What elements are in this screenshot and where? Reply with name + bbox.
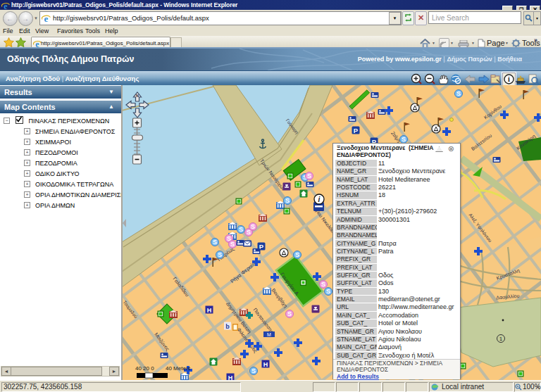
svg-text:i: i [318, 196, 321, 203]
svg-text:N: N [136, 94, 139, 98]
svg-text:1: 1 [499, 336, 503, 342]
svg-text:40 Meters: 40 Meters [166, 365, 191, 372]
svg-text:i: i [508, 75, 510, 83]
svg-text:40 20 0: 40 20 0 [135, 365, 154, 372]
